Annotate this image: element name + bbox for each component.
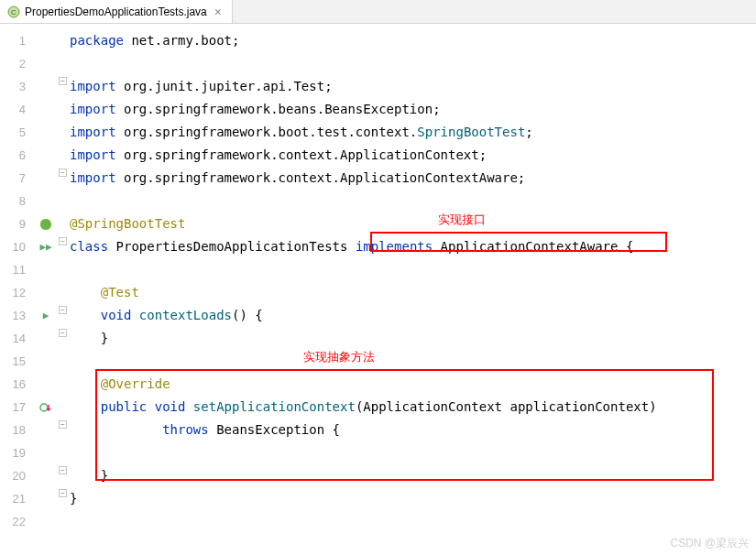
tab-filename: PropertiesDemoApplicationTests.java xyxy=(25,5,207,18)
fold-toggle[interactable]: − xyxy=(59,169,67,177)
fold-column: − − − − − − − − xyxy=(59,24,70,555)
line-number: 22 xyxy=(0,510,33,533)
fold-toggle[interactable]: − xyxy=(59,466,67,474)
line-number: 18 xyxy=(0,419,33,441)
run-double-icon[interactable]: ▶▶ xyxy=(33,235,59,258)
line-number: 8 xyxy=(0,190,33,212)
line-number: 17 xyxy=(0,396,33,419)
code-editor[interactable]: 1 2 3 4 5 6 7 8 9 10 11 12 13 14 15 16 1… xyxy=(0,24,756,555)
line-number: 4 xyxy=(0,98,33,121)
override-icon[interactable] xyxy=(33,396,59,419)
line-number: 19 xyxy=(0,441,33,464)
fold-toggle[interactable]: − xyxy=(59,77,67,85)
line-number: 21 xyxy=(0,487,33,510)
file-tab[interactable]: C PropertiesDemoApplicationTests.java × xyxy=(0,0,233,23)
watermark-text: CSDN @梁辰兴 xyxy=(670,536,749,551)
code-content[interactable]: package net.army.boot; import org.junit.… xyxy=(70,24,756,555)
line-number: 9 xyxy=(0,212,33,235)
fold-toggle[interactable]: − xyxy=(59,306,67,314)
java-file-icon: C xyxy=(7,5,20,18)
line-number: 15 xyxy=(0,350,33,373)
line-number: 1 xyxy=(0,29,33,52)
line-number: 5 xyxy=(0,121,33,144)
line-number: 6 xyxy=(0,144,33,167)
svg-text:C: C xyxy=(11,8,16,16)
fold-toggle[interactable]: − xyxy=(59,237,67,245)
gutter-icon-column: ▶▶ ▶ xyxy=(33,24,59,555)
line-number: 16 xyxy=(0,373,33,396)
close-icon[interactable]: × xyxy=(212,5,225,18)
fold-toggle[interactable]: − xyxy=(59,420,67,429)
line-number: 13 xyxy=(0,304,33,327)
line-number: 10 xyxy=(0,235,33,258)
line-number: 2 xyxy=(0,52,33,75)
line-number: 7 xyxy=(0,167,33,190)
line-number: 14 xyxy=(0,327,33,350)
line-number: 12 xyxy=(0,281,33,304)
spring-icon xyxy=(33,212,59,235)
line-number: 11 xyxy=(0,258,33,281)
line-number: 20 xyxy=(0,464,33,487)
run-icon[interactable]: ▶ xyxy=(33,304,59,327)
line-number: 3 xyxy=(0,75,33,98)
svg-point-2 xyxy=(40,404,48,411)
fold-toggle[interactable]: − xyxy=(59,329,67,337)
line-number-gutter: 1 2 3 4 5 6 7 8 9 10 11 12 13 14 15 16 1… xyxy=(0,24,33,555)
fold-toggle[interactable]: − xyxy=(59,489,67,497)
tab-bar: C PropertiesDemoApplicationTests.java × xyxy=(0,0,756,24)
